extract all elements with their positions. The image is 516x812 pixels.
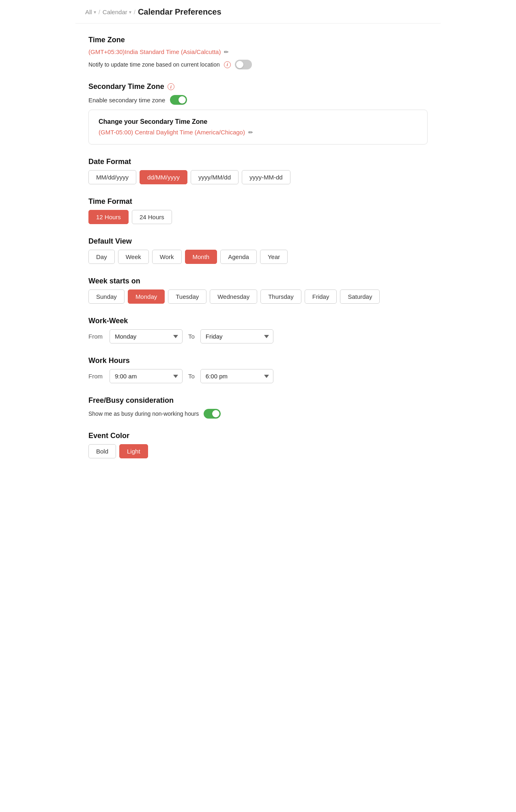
work-week-from-select[interactable]: SundayMondayTuesdayWednesdayThursdayFrid… — [110, 329, 183, 343]
time-format-option-24-hours[interactable]: 24 Hours — [132, 210, 172, 224]
date-format-options: MM/dd/yyyydd/MM/yyyyyyyy/MM/ddyyyy-MM-dd — [88, 170, 428, 184]
secondary-timezone-value: (GMT-05:00) Central Daylight Time (Ameri… — [99, 129, 245, 136]
date-format-option-mm-dd-yyyy[interactable]: MM/dd/yyyy — [88, 170, 136, 184]
work-week-section: Work-Week From SundayMondayTuesdayWednes… — [88, 317, 428, 343]
free-busy-title: Free/Busy consideration — [88, 396, 428, 405]
default-view-option-work[interactable]: Work — [152, 250, 182, 264]
enable-secondary-toggle-track[interactable] — [170, 95, 187, 105]
notify-toggle-track[interactable] — [235, 60, 252, 69]
work-hours-from-label: From — [88, 373, 104, 380]
week-starts-option-saturday[interactable]: Saturday — [340, 289, 380, 304]
breadcrumb-calendar[interactable]: Calendar — [103, 9, 127, 15]
week-starts-option-thursday[interactable]: Thursday — [260, 289, 301, 304]
date-format-option-yyyy-mm-dd[interactable]: yyyy/MM/dd — [191, 170, 239, 184]
work-hours-to-select[interactable]: 12:00 am1:00 am2:00 am3:00 am4:00 am5:00… — [200, 369, 273, 383]
event-color-options: BoldLight — [88, 444, 428, 458]
free-busy-section: Free/Busy consideration Show me as busy … — [88, 396, 428, 419]
primary-timezone-link[interactable]: (GMT+05:30)India Standard Time (Asia/Cal… — [88, 48, 229, 55]
week-starts-options: SundayMondayTuesdayWednesdayThursdayFrid… — [88, 289, 428, 304]
primary-timezone-value: (GMT+05:30)India Standard Time (Asia/Cal… — [88, 48, 221, 55]
secondary-timezone-link[interactable]: (GMT-05:00) Central Daylight Time (Ameri… — [99, 129, 253, 136]
week-starts-option-wednesday[interactable]: Wednesday — [210, 289, 257, 304]
week-starts-section: Week starts on SundayMondayTuesdayWednes… — [88, 277, 428, 304]
week-starts-option-sunday[interactable]: Sunday — [88, 289, 125, 304]
secondary-pencil-icon: ✏ — [248, 129, 253, 136]
work-week-to-select[interactable]: SundayMondayTuesdayWednesdayThursdayFrid… — [200, 329, 273, 343]
busy-label: Show me as busy during non-working hours — [88, 410, 199, 417]
default-view-option-week[interactable]: Week — [118, 250, 149, 264]
week-starts-title: Week starts on — [88, 277, 428, 285]
work-week-title: Work-Week — [88, 317, 428, 325]
secondary-info-icon[interactable]: i — [168, 83, 174, 90]
default-view-option-agenda[interactable]: Agenda — [220, 250, 257, 264]
work-hours-from-to-row: From 12:00 am1:00 am2:00 am3:00 am4:00 a… — [88, 369, 428, 383]
work-hours-from-select[interactable]: 12:00 am1:00 am2:00 am3:00 am4:00 am5:00… — [110, 369, 183, 383]
notify-toggle[interactable] — [235, 60, 252, 69]
date-format-section: Date Format MM/dd/yyyydd/MM/yyyyyyyy/MM/… — [88, 158, 428, 184]
default-view-options: DayWeekWorkMonthAgendaYear — [88, 250, 428, 264]
week-starts-option-monday[interactable]: Monday — [128, 289, 165, 304]
timezone-title: Time Zone — [88, 36, 428, 44]
date-format-title: Date Format — [88, 158, 428, 166]
work-week-from-to-row: From SundayMondayTuesdayWednesdayThursda… — [88, 329, 428, 343]
notify-row: Notify to update time zone based on curr… — [88, 60, 428, 69]
enable-secondary-toggle[interactable] — [170, 95, 187, 105]
work-hours-section: Work Hours From 12:00 am1:00 am2:00 am3:… — [88, 356, 428, 383]
busy-toggle-thumb — [212, 410, 219, 417]
secondary-timezone-box: Change your Secondary Time Zone (GMT-05:… — [88, 110, 428, 145]
page-title: Calendar Preferences — [138, 7, 221, 17]
event-color-option-light[interactable]: Light — [119, 444, 148, 458]
default-view-option-month[interactable]: Month — [185, 250, 217, 264]
busy-toggle[interactable] — [204, 409, 221, 419]
default-view-title: Default View — [88, 237, 428, 246]
timezone-section: Time Zone (GMT+05:30)India Standard Time… — [88, 36, 428, 69]
breadcrumb-arrow-2: ▾ — [129, 9, 131, 15]
work-week-to-label: To — [188, 333, 195, 340]
enable-secondary-toggle-thumb — [178, 96, 186, 104]
notify-label: Notify to update time zone based on curr… — [88, 61, 220, 68]
work-hours-to-label: To — [188, 373, 195, 380]
pencil-icon: ✏ — [224, 49, 229, 55]
date-format-option-yyyy-mm-dd[interactable]: yyyy-MM-dd — [242, 170, 290, 184]
time-format-section: Time Format 12 Hours24 Hours — [88, 197, 428, 224]
notify-info-icon[interactable]: i — [224, 61, 231, 68]
enable-secondary-row: Enable secondary time zone — [88, 95, 428, 105]
event-color-option-bold[interactable]: Bold — [88, 444, 116, 458]
default-view-option-day[interactable]: Day — [88, 250, 115, 264]
enable-secondary-label: Enable secondary time zone — [88, 97, 165, 104]
time-format-option-12-hours[interactable]: 12 Hours — [88, 210, 129, 224]
breadcrumb: All ▾ / Calendar ▾ / Calendar Preference… — [75, 0, 441, 24]
secondary-box-title: Change your Secondary Time Zone — [99, 118, 417, 125]
busy-row: Show me as busy during non-working hours — [88, 409, 428, 419]
notify-toggle-thumb — [236, 61, 243, 68]
secondary-timezone-section: Secondary Time Zone i Enable secondary t… — [88, 82, 428, 145]
event-color-section: Event Color BoldLight — [88, 432, 428, 458]
default-view-section: Default View DayWeekWorkMonthAgendaYear — [88, 237, 428, 264]
time-format-title: Time Format — [88, 197, 428, 206]
secondary-timezone-title: Secondary Time Zone — [88, 82, 164, 91]
week-starts-option-tuesday[interactable]: Tuesday — [168, 289, 206, 304]
work-week-from-label: From — [88, 333, 104, 340]
default-view-option-year[interactable]: Year — [260, 250, 288, 264]
week-starts-option-friday[interactable]: Friday — [305, 289, 337, 304]
work-hours-title: Work Hours — [88, 356, 428, 365]
breadcrumb-all[interactable]: All — [85, 9, 92, 15]
breadcrumb-arrow-1: ▾ — [94, 9, 96, 15]
event-color-title: Event Color — [88, 432, 428, 440]
busy-toggle-track[interactable] — [204, 409, 221, 419]
time-format-options: 12 Hours24 Hours — [88, 210, 428, 224]
date-format-option-dd-mm-yyyy[interactable]: dd/MM/yyyy — [140, 170, 187, 184]
